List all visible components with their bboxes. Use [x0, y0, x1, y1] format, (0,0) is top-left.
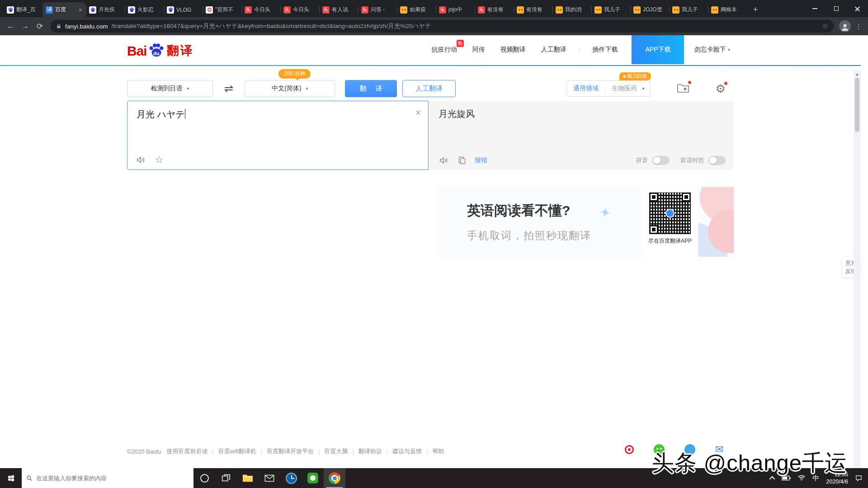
browser-tab[interactable]: 有没有 [514, 2, 552, 17]
taskbar-app-mail[interactable] [259, 468, 280, 488]
browser-menu-button[interactable]: ⋮ [853, 22, 864, 31]
qq-icon[interactable] [684, 444, 695, 455]
new-tab-button[interactable]: + [749, 3, 762, 16]
forward-button[interactable]: → [18, 19, 33, 33]
nav-item-同传[interactable]: 同传 [465, 35, 493, 64]
battery-icon[interactable] [782, 475, 791, 481]
browser-tab[interactable]: 月光疾 [86, 2, 125, 17]
chevron-down-icon: ▾ [306, 86, 308, 91]
start-button[interactable] [0, 468, 22, 488]
footer-link[interactable]: 建议与反馈 [392, 447, 422, 455]
browser-tab[interactable]: 火影忍 [125, 2, 164, 17]
search-icon [26, 475, 33, 482]
profile-avatar-button[interactable] [839, 20, 851, 32]
footer-link[interactable]: 帮助 [432, 447, 444, 455]
pinyin-toggle[interactable] [652, 156, 670, 165]
url-bar[interactable]: fanyi.baidu.com/translate?aldtype=16047&… [51, 20, 834, 33]
minimize-button[interactable] [804, 0, 826, 17]
scrollbar[interactable]: ▲ ▼ [854, 70, 861, 488]
domain-selected-label[interactable]: 生物医药 [605, 84, 642, 93]
mail-icon[interactable]: ✉ [715, 445, 723, 455]
nav-item-label: 人工翻译 [541, 46, 566, 54]
taskbar-app-chrome[interactable] [324, 468, 345, 488]
close-button[interactable] [847, 0, 868, 17]
taskbar-app-clock-app[interactable] [280, 468, 302, 488]
browser-tab[interactable]: 网格本 [708, 2, 747, 17]
browser-tab[interactable]: 头有人说 [319, 2, 358, 17]
bookmark-star-icon[interactable]: ☆ [822, 22, 828, 30]
target-language-select[interactable]: 中文(简体) ▾ [245, 80, 335, 97]
footer-link[interactable]: 使用百度前必读 [166, 447, 208, 455]
footer-link[interactable]: 百度wifi翻译机 [218, 447, 256, 455]
taskbar-search[interactable] [22, 468, 193, 488]
back-button[interactable]: ← [4, 19, 18, 33]
baidu-paw-icon [89, 6, 96, 14]
taskbar-app-file-explorer[interactable] [237, 468, 259, 488]
browser-tab[interactable]: 我儿子 [669, 2, 708, 17]
footer-link[interactable]: 百度大脑 [324, 447, 348, 455]
browser-tab[interactable]: 我的消 [552, 2, 591, 17]
settings-gear-button[interactable]: ⚙ [716, 83, 726, 94]
clear-input-button[interactable]: × [415, 108, 421, 118]
tab-label: 火影忍 [137, 6, 160, 14]
tab-close-icon[interactable]: × [78, 6, 83, 14]
baidu-paw-icon [128, 6, 135, 14]
browser-tab[interactable]: 我儿子 [591, 2, 630, 17]
maximize-button[interactable] [826, 0, 847, 17]
speaker-icon[interactable] [439, 155, 449, 165]
nav-item-plugin-download[interactable]: 插件下载 [585, 35, 625, 64]
taskbar-clock[interactable]: 11:55 2020/4/6 [826, 471, 848, 486]
browser-tab[interactable]: 头问答 - [358, 2, 397, 17]
footer-link[interactable]: 翻译协议 [359, 447, 382, 455]
tray-chevron-icon[interactable] [769, 476, 775, 482]
weibo-icon[interactable] [625, 445, 634, 454]
scroll-up-button[interactable]: ▲ [854, 70, 861, 78]
notification-center-icon[interactable] [855, 474, 863, 482]
speaker-icon[interactable] [136, 155, 146, 165]
app-download-button[interactable]: APP下载 [632, 35, 684, 64]
browser-tab[interactable]: 头jojo中 [436, 2, 475, 17]
taskbar-app-green-app[interactable] [302, 468, 324, 488]
nav-item-人工翻译[interactable]: 人工翻译 [533, 35, 574, 64]
browser-tab[interactable]: VLOG [164, 2, 203, 17]
browser-tab[interactable]: 头今日头 [280, 2, 319, 17]
source-language-select[interactable]: 检测到日语 ▾ [127, 80, 213, 97]
translate-button[interactable]: 翻 译 [345, 80, 397, 97]
browser-tab[interactable]: "贫而不 [203, 2, 241, 17]
user-account-menu[interactable]: 勿忘卡殿下 ▾ [684, 35, 734, 64]
report-error-link[interactable]: 报错 [475, 156, 487, 164]
human-translate-button[interactable]: 人工翻译 [402, 80, 456, 97]
browser-tab[interactable]: 翻译_百 [4, 2, 42, 17]
nav-item-抗疫行动[interactable]: 抗疫行动热 [424, 35, 465, 64]
swap-languages-button[interactable]: ⇌ [213, 82, 245, 95]
baidu-fanyi-logo[interactable]: Bai du 翻译 [127, 41, 194, 59]
refresh-button[interactable]: ⟳ [33, 19, 47, 33]
browser-tab[interactable]: 头有没有 [475, 2, 514, 17]
site-header: Bai du 翻译 抗疫行动热同传视频翻译人工翻译 | 插件下载 APP下载 勿… [0, 35, 861, 65]
browser-tab[interactable]: 如果疫 [397, 2, 436, 17]
browser-tab[interactable]: 头今日头 [241, 2, 280, 17]
tab-label: 百度 [55, 6, 76, 14]
browser-tab[interactable]: 译百度× [42, 2, 86, 17]
taskbar-app-cortana[interactable] [193, 468, 215, 488]
chevron-down-icon: ▾ [642, 86, 645, 91]
chrome-icon [329, 472, 340, 484]
browser-tab[interactable]: JOJO里 [630, 2, 669, 17]
wifi-icon[interactable] [797, 475, 806, 481]
promo-banner[interactable]: 英语阅读看不懂? 手机取词，拍照秒现翻译 尽在百度翻译APP [438, 187, 734, 257]
domain-general-label[interactable]: 通用领域 [567, 84, 605, 93]
clock-time: 11:55 [826, 471, 848, 478]
favorites-folder-button[interactable] [677, 82, 689, 95]
bilingual-toggle[interactable] [708, 156, 726, 165]
wechat-icon[interactable] [654, 444, 665, 455]
domain-select[interactable]: ♥ 助力抗疫 通用领域 生物医药 ▾ [566, 80, 651, 97]
taskbar-app-task-view[interactable] [215, 468, 237, 488]
footer-link[interactable]: 百度翻译开放平台 [267, 447, 314, 455]
scroll-thumb[interactable] [855, 78, 859, 132]
ime-indicator[interactable]: 中 [812, 474, 819, 483]
favorite-star-icon[interactable]: ☆ [155, 155, 164, 165]
source-input[interactable]: 月光 ハヤテ × ☆ [127, 101, 429, 170]
nav-item-视频翻译[interactable]: 视频翻译 [493, 35, 533, 64]
copy-button[interactable] [458, 155, 467, 165]
taskbar-search-input[interactable] [36, 475, 189, 482]
